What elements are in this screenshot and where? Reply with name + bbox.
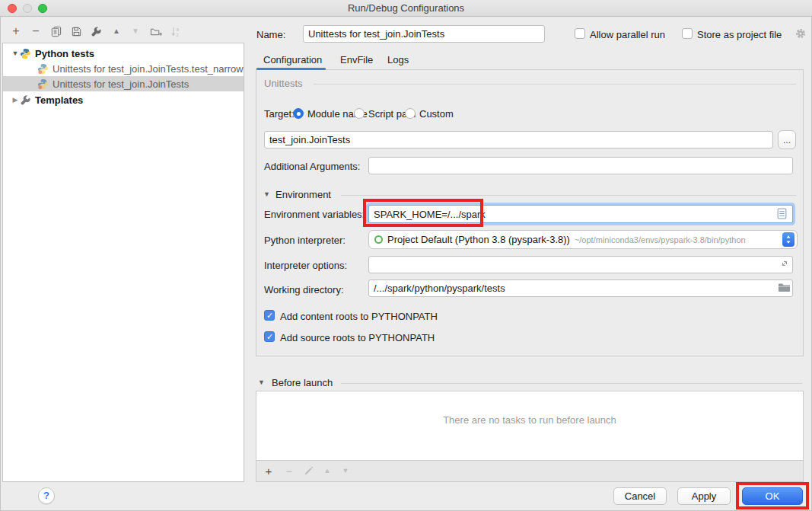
tab-configuration[interactable]: Configuration [263, 54, 322, 65]
interpreter-path: ~/opt/miniconda3/envs/pyspark-3.8/bin/py… [575, 235, 746, 244]
before-launch-empty-text: There are no tasks to run before launch [256, 414, 803, 426]
conda-env-icon [374, 235, 383, 244]
environment-variables-label: Environment variables: [264, 209, 365, 220]
add-task-icon[interactable]: + [263, 465, 275, 477]
close-window-button[interactable] [8, 4, 17, 13]
target-label: Target: [264, 108, 295, 120]
module-name-input[interactable] [264, 131, 773, 149]
annotation-ok-button-highlight [736, 482, 809, 509]
tree-item-label: Templates [35, 94, 83, 106]
interpreter-value: Project Default (Python 3.8 (pyspark-3.8… [387, 234, 570, 245]
configurations-tree: Python tests Unittests for test_join.Joi… [2, 43, 244, 482]
edit-templates-icon[interactable] [89, 24, 103, 38]
radio-script-path[interactable] [354, 108, 365, 119]
python-icon [20, 48, 31, 59]
interpreter-stepper-icon[interactable] [782, 232, 794, 247]
working-directory-input[interactable] [368, 279, 793, 297]
working-directory-label: Working directory: [264, 284, 344, 295]
group-divider [314, 84, 796, 85]
additional-arguments-input[interactable] [368, 157, 793, 174]
active-tab-underline [256, 68, 326, 70]
source-roots-checkbox[interactable] [264, 331, 275, 342]
gear-icon[interactable] [794, 27, 807, 40]
svg-text:z: z [176, 31, 178, 37]
unittests-group-title: Unittests [264, 78, 303, 89]
move-task-down-icon[interactable]: ▼ [339, 465, 352, 477]
additional-arguments-label: Additional Arguments: [264, 161, 360, 172]
tree-item-test-narrow[interactable]: Unittests for test_join.JoinTests.test_n… [3, 61, 244, 76]
environment-collapse-icon[interactable] [263, 190, 270, 198]
allow-parallel-run-checkbox[interactable] [575, 28, 585, 39]
move-task-up-icon[interactable]: ▲ [321, 465, 333, 477]
env-vars-list-icon[interactable] [777, 208, 787, 219]
move-up-icon[interactable]: ▲ [110, 24, 123, 38]
content-roots-label[interactable]: Add content roots to PYTHONPATH [280, 311, 438, 322]
new-folder-icon[interactable] [149, 24, 163, 38]
tree-item-label: Unittests for test_join.JoinTests [53, 78, 189, 90]
section-divider [341, 195, 796, 196]
before-launch-task-list: There are no tasks to run before launch … [256, 391, 804, 482]
sort-alphabetically-icon[interactable]: a z [169, 24, 183, 38]
apply-button[interactable]: Apply [677, 487, 731, 505]
cancel-button[interactable]: Cancel [613, 487, 667, 505]
zoom-window-button[interactable] [38, 4, 47, 13]
tree-item-python-tests[interactable]: Python tests [3, 46, 244, 61]
environment-section-title[interactable]: Environment [275, 189, 331, 200]
save-configuration-icon[interactable] [69, 24, 83, 38]
interpreter-options-label: Interpreter options: [264, 260, 347, 271]
help-button[interactable]: ? [38, 487, 55, 504]
python-test-icon [37, 63, 49, 75]
tree-item-jointests-selected[interactable]: Unittests for test_join.JoinTests [3, 76, 244, 91]
wrench-icon [20, 94, 31, 106]
edit-task-icon[interactable] [302, 465, 314, 477]
allow-parallel-run-label[interactable]: Allow parallel run [590, 29, 665, 40]
tree-item-label: Unittests for test_join.JoinTests.test_n… [53, 63, 244, 75]
move-down-icon[interactable]: ▼ [129, 24, 142, 38]
minimize-window-button[interactable] [23, 4, 32, 13]
run-debug-configurations-dialog: Run/Debug Configurations + − ▲ ▼ [0, 0, 812, 511]
radio-custom[interactable] [405, 108, 416, 119]
tree-item-templates[interactable]: Templates [3, 92, 244, 107]
before-launch-collapse-icon[interactable] [258, 378, 265, 386]
tab-envfile[interactable]: EnvFile [340, 54, 373, 65]
name-input[interactable] [303, 25, 545, 43]
window-title: Run/Debug Configurations [348, 2, 464, 14]
content-roots-checkbox[interactable] [264, 310, 275, 321]
python-interpreter-label: Python interpreter: [264, 235, 345, 246]
tab-logs[interactable]: Logs [387, 54, 409, 65]
title-bar: Run/Debug Configurations [0, 0, 812, 17]
interpreter-options-input[interactable] [368, 256, 793, 273]
store-as-project-file-checkbox[interactable] [682, 28, 693, 39]
before-launch-title[interactable]: Before launch [272, 377, 333, 388]
before-launch-toolbar: + − ▲ ▼ [256, 460, 803, 481]
browse-button[interactable]: ... [778, 130, 796, 149]
expand-field-icon[interactable] [779, 258, 790, 269]
chevron-down-icon[interactable] [11, 50, 20, 57]
section-divider [341, 383, 802, 384]
radio-custom-label[interactable]: Custom [419, 108, 454, 120]
remove-task-icon[interactable]: − [283, 465, 295, 477]
chevron-right-icon[interactable] [11, 96, 20, 104]
store-as-project-file-label[interactable]: Store as project file [697, 29, 782, 40]
folder-icon[interactable] [778, 283, 790, 293]
tree-item-label: Python tests [35, 48, 94, 59]
python-interpreter-select[interactable]: Project Default (Python 3.8 (pyspark-3.8… [368, 230, 798, 249]
source-roots-label[interactable]: Add source roots to PYTHONPATH [280, 332, 435, 343]
remove-configuration-icon[interactable]: − [29, 24, 43, 38]
copy-configuration-icon[interactable] [49, 24, 62, 38]
radio-module-name[interactable] [293, 108, 304, 119]
python-test-icon [37, 78, 49, 90]
annotation-env-vars-highlight [363, 199, 483, 227]
name-label: Name: [256, 29, 285, 40]
add-configuration-icon[interactable]: + [9, 24, 23, 38]
